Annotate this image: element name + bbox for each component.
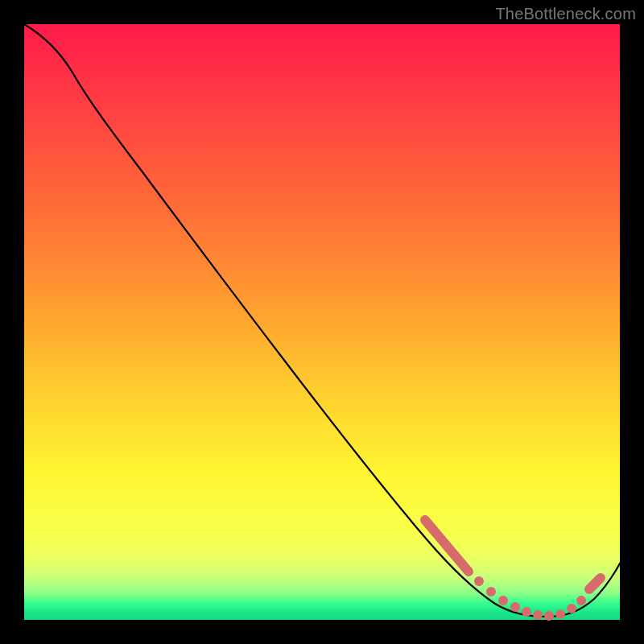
highlight-dot (498, 596, 508, 605)
plot-area (24, 24, 620, 620)
highlight-dot (510, 602, 520, 612)
highlight-dot (474, 576, 484, 586)
highlight-dot (567, 604, 576, 613)
highlight-dot (544, 611, 554, 621)
watermark-text: TheBottleneck.com (495, 5, 636, 23)
highlight-dot (522, 607, 531, 617)
highlight-dot (555, 609, 565, 619)
highlight-segment-tail (589, 578, 601, 589)
highlight-dot (486, 587, 496, 597)
bottleneck-curve (24, 24, 620, 617)
highlight-dot (533, 610, 543, 620)
chart-frame: TheBottleneck.com (0, 0, 644, 644)
curve-svg (24, 24, 620, 620)
highlight-dot (576, 596, 586, 605)
